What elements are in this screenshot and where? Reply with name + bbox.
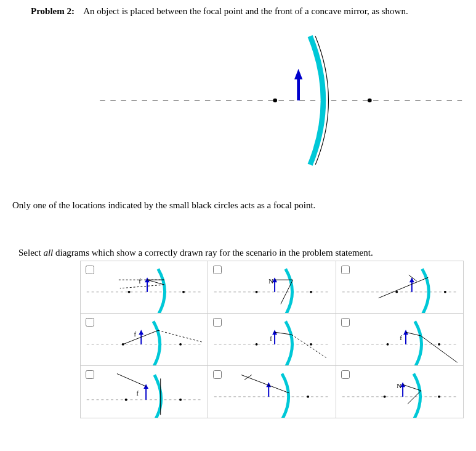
- svg-line-34: [158, 330, 202, 342]
- svg-point-60: [307, 396, 309, 398]
- svg-point-3: [128, 291, 131, 293]
- option-diagram-5: f: [208, 314, 335, 365]
- option-diagram-7: f: [81, 366, 208, 418]
- option-checkbox-5[interactable]: [213, 318, 222, 327]
- svg-text:f: f: [400, 334, 402, 341]
- svg-point-4: [182, 291, 185, 293]
- svg-point-13: [256, 291, 258, 293]
- option-cell-1: f: [81, 261, 208, 314]
- option-diagram-2: N: [208, 261, 335, 313]
- svg-point-66: [383, 396, 385, 398]
- svg-text:f: f: [136, 389, 139, 397]
- option-cell-6: f: [336, 314, 463, 366]
- option-checkbox-3[interactable]: [341, 266, 350, 274]
- svg-text:N: N: [269, 277, 274, 285]
- svg-marker-1: [294, 69, 302, 79]
- option-cell-9: N: [336, 366, 463, 418]
- svg-text:f: f: [139, 277, 141, 285]
- main-diagram: [12, 20, 464, 181]
- right-focal-dot: [368, 99, 372, 103]
- focal-note: Only one of the locations indicated by t…: [12, 200, 464, 211]
- option-checkbox-1[interactable]: [86, 266, 94, 274]
- instruction-suffix: diagrams which show a correctly drawn ra…: [53, 248, 373, 258]
- instruction-prefix: Select: [18, 248, 43, 258]
- object-arrow: [294, 69, 302, 100]
- svg-text:N: N: [397, 382, 401, 389]
- option-diagram-4: f: [81, 314, 208, 365]
- svg-line-64: [244, 375, 252, 380]
- option-cell-2: N: [208, 261, 336, 314]
- svg-marker-24: [409, 277, 414, 282]
- option-checkbox-4[interactable]: [86, 318, 94, 327]
- svg-point-37: [310, 343, 312, 346]
- svg-line-50: [421, 336, 457, 362]
- svg-line-25: [378, 277, 428, 298]
- option-checkbox-7[interactable]: [86, 370, 94, 379]
- svg-point-53: [179, 399, 182, 401]
- svg-line-58: [117, 374, 146, 387]
- svg-text:f: f: [270, 335, 273, 342]
- svg-point-67: [438, 396, 440, 398]
- option-cell-5: f: [208, 314, 336, 366]
- svg-point-14: [310, 291, 312, 293]
- option-cell-7: f: [81, 366, 208, 418]
- svg-point-28: [122, 343, 124, 346]
- svg-line-63: [241, 375, 289, 392]
- svg-point-22: [444, 291, 446, 293]
- option-checkbox-2[interactable]: [213, 266, 222, 274]
- left-focal-dot: [273, 99, 277, 103]
- svg-marker-31: [139, 330, 143, 335]
- option-cell-8: [208, 366, 336, 418]
- options-grid: f N: [80, 261, 464, 418]
- option-diagram-3: [336, 261, 463, 313]
- problem-header: Problem 2: An object is placed between t…: [31, 6, 464, 17]
- svg-line-42: [292, 335, 326, 357]
- selection-instruction: Select all diagrams which show a correct…: [18, 248, 464, 258]
- option-checkbox-9[interactable]: [341, 370, 350, 379]
- svg-point-52: [125, 399, 127, 401]
- option-diagram-1: f: [81, 261, 208, 313]
- svg-point-29: [179, 343, 182, 346]
- option-cell-4: f: [81, 314, 208, 366]
- instruction-em: all: [43, 248, 53, 258]
- svg-marker-47: [403, 330, 408, 335]
- option-checkbox-6[interactable]: [341, 318, 350, 327]
- option-cell-3: [336, 261, 463, 314]
- option-diagram-6: f: [336, 314, 463, 365]
- problem-statement: An object is placed between the focal po…: [83, 6, 408, 16]
- option-diagram-8: [208, 366, 335, 418]
- svg-text:f: f: [134, 330, 136, 338]
- problem-label: Problem 2:: [31, 6, 75, 16]
- option-diagram-9: N: [336, 366, 463, 418]
- svg-point-36: [256, 343, 258, 346]
- svg-point-44: [386, 343, 389, 346]
- svg-point-45: [438, 343, 440, 346]
- option-checkbox-8[interactable]: [213, 370, 222, 379]
- svg-line-11: [120, 285, 164, 288]
